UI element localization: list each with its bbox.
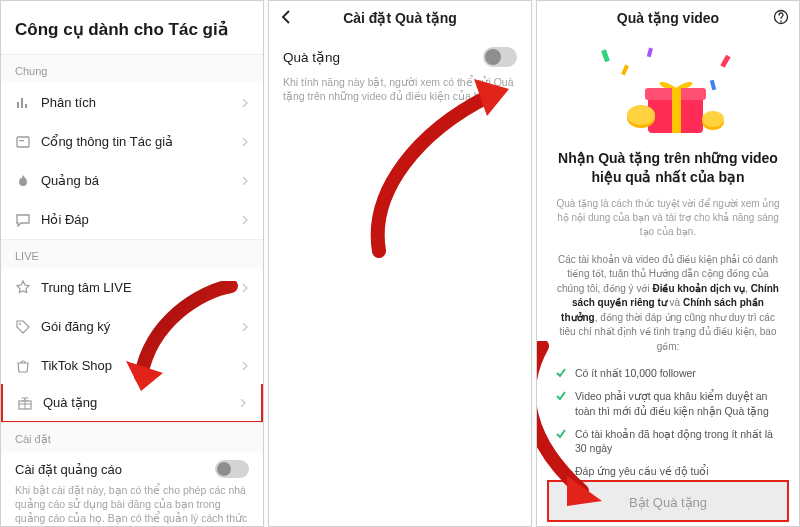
row-label: Phân tích [41, 95, 241, 110]
row-label: Trung tâm LIVE [41, 280, 241, 295]
row-label: Quảng bá [41, 173, 241, 188]
check-icon [555, 465, 567, 477]
check-text: Video phải vượt qua khâu kiểm duyệt an t… [575, 389, 781, 417]
chevron-right-icon [241, 323, 249, 331]
gift-illustration [537, 35, 799, 145]
row-live-hub[interactable]: Trung tâm LIVE [1, 268, 263, 307]
analytics-icon [15, 95, 31, 111]
chevron-right-icon [241, 138, 249, 146]
svg-rect-7 [720, 55, 730, 68]
row-qa[interactable]: Hỏi Đáp [1, 200, 263, 239]
check-item: Có tài khoản đã hoạt động trong ít nhất … [555, 427, 781, 455]
svg-rect-12 [672, 88, 681, 133]
svg-rect-6 [621, 65, 629, 76]
chat-icon [15, 212, 31, 228]
gift-icon [17, 395, 33, 411]
ads-setting-desc: Khi bật cài đặt này, bạn có thể cho phép… [15, 483, 249, 527]
check-icon [555, 367, 567, 379]
gift-toggle-desc: Khi tính năng này bật, người xem có thể … [283, 75, 517, 103]
chevron-right-icon [241, 284, 249, 292]
svg-rect-1 [19, 140, 24, 141]
row-label: Cổng thông tin Tác giả [41, 134, 241, 149]
list-general: Phân tích Cổng thông tin Tác giả Quảng b… [1, 83, 263, 239]
header-title: Quà tặng video [617, 10, 719, 26]
svg-point-14 [627, 105, 655, 125]
header: Cài đặt Quà tặng [269, 1, 531, 35]
ads-toggle[interactable] [215, 460, 249, 478]
row-label: Gói đăng ký [41, 319, 241, 334]
bag-icon [15, 358, 31, 374]
header-title: Cài đặt Quà tặng [343, 10, 457, 26]
page-subtext: Quà tặng là cách thức tuyệt vời để người… [537, 187, 799, 253]
check-item: Video phải vượt qua khâu kiểm duyệt an t… [555, 389, 781, 417]
chevron-right-icon [241, 216, 249, 224]
tag-icon [15, 319, 31, 335]
svg-point-16 [702, 111, 724, 127]
gift-toggle-label: Quà tặng [283, 49, 340, 65]
row-promote[interactable]: Quảng bá [1, 161, 263, 200]
row-label: TikTok Shop [41, 358, 241, 373]
ads-setting-block: Cài đặt quảng cáo Khi bật cài đặt này, b… [1, 452, 263, 527]
portal-icon [15, 134, 31, 150]
check-item: Đáp ứng yêu cầu về độ tuổi [555, 464, 781, 478]
flame-icon [15, 173, 31, 189]
check-text: Có tài khoản đã hoạt động trong ít nhất … [575, 427, 781, 455]
eligibility-paragraph: Các tài khoản và video đủ điều kiện phải… [537, 253, 799, 367]
row-label: Hỏi Đáp [41, 212, 241, 227]
chevron-right-icon [241, 177, 249, 185]
svg-rect-5 [601, 49, 610, 62]
section-header-live: LIVE [1, 239, 263, 268]
svg-rect-0 [17, 137, 29, 147]
enable-gifts-button[interactable]: Bật Quà tặng [547, 480, 789, 522]
section-header-settings: Cài đặt [1, 422, 263, 452]
chevron-right-icon [241, 362, 249, 370]
check-text: Đáp ứng yêu cầu về độ tuổi [575, 464, 709, 478]
page-title: Công cụ dành cho Tác giả [1, 1, 263, 54]
ads-setting-label: Cài đặt quảng cáo [15, 462, 122, 477]
header: Quà tặng video [537, 1, 799, 35]
chevron-right-icon [239, 399, 247, 407]
row-analytics[interactable]: Phân tích [1, 83, 263, 122]
back-icon[interactable] [279, 9, 295, 25]
row-creator-portal[interactable]: Cổng thông tin Tác giả [1, 122, 263, 161]
panel-video-gifts: Quà tặng video Nhận Quà tặng trên những … [536, 0, 800, 527]
link-tos[interactable]: Điều khoản dịch vụ [652, 283, 745, 294]
check-item: Có ít nhất 10,000 follower [555, 366, 781, 380]
page-heading: Nhận Quà tặng trên những video hiệu quả … [537, 145, 799, 187]
check-icon [555, 428, 567, 440]
row-gifts[interactable]: Quà tặng [1, 384, 263, 423]
row-label: Quà tặng [43, 395, 239, 410]
help-icon[interactable] [773, 9, 789, 25]
check-text: Có ít nhất 10,000 follower [575, 366, 696, 380]
panel-gift-settings: Cài đặt Quà tặng Quà tặng Khi tính năng … [268, 0, 532, 527]
check-icon [555, 390, 567, 402]
row-subscriptions[interactable]: Gói đăng ký [1, 307, 263, 346]
row-tiktok-shop[interactable]: TikTok Shop [1, 346, 263, 385]
panel-creator-tools: Công cụ dành cho Tác giả Chung Phân tích… [0, 0, 264, 527]
star-icon [15, 280, 31, 296]
gift-toggle[interactable] [483, 47, 517, 67]
chevron-right-icon [241, 99, 249, 107]
svg-point-2 [19, 323, 21, 325]
section-header-general: Chung [1, 54, 263, 83]
svg-rect-8 [710, 80, 716, 91]
list-live: Trung tâm LIVE Gói đăng ký TikTok Shop [1, 268, 263, 423]
svg-rect-9 [647, 48, 653, 58]
